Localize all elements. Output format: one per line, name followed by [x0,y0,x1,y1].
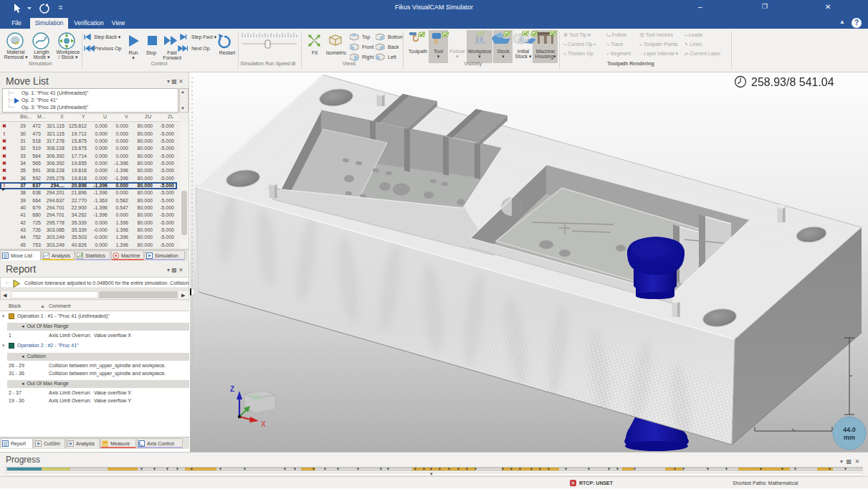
svg-text:X: X [261,420,266,428]
svg-text:Z: Z [230,385,234,393]
svg-text:mm: mm [844,434,855,441]
svg-text:258.93/8 541.04: 258.93/8 541.04 [751,76,834,88]
svg-text:44.0: 44.0 [843,426,856,433]
